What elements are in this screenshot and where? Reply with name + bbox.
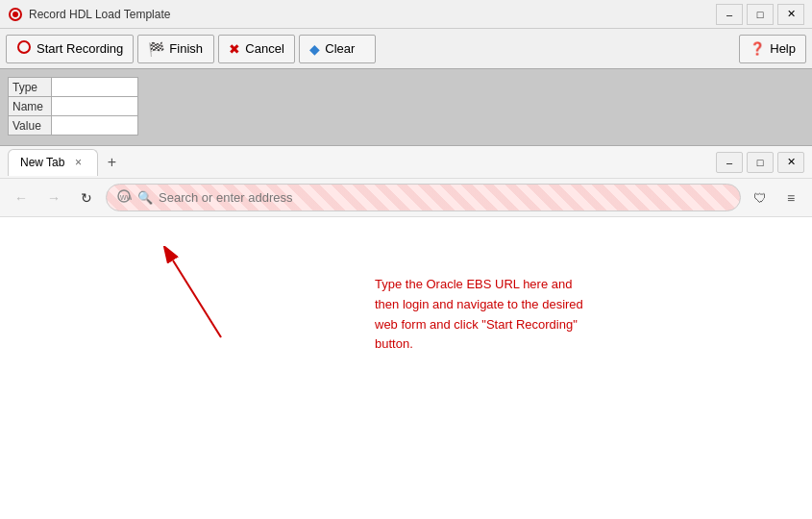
value-label: Value [9,116,52,136]
finish-button[interactable]: 🏁 Finish [137,35,214,63]
close-button[interactable]: ✕ [777,4,804,25]
name-row: Name [9,97,138,116]
clear-icon: ◆ [309,41,320,57]
menu-icon[interactable]: ≡ [777,185,804,211]
start-recording-label: Start Recording [37,41,123,56]
properties-table: Type Name Value [8,77,138,136]
finish-label: Finish [169,41,203,56]
start-recording-button[interactable]: Start Recording [6,35,134,63]
type-value [52,78,138,97]
back-button[interactable]: ← [8,185,35,211]
browser-close-button[interactable]: ✕ [777,152,804,173]
browser-minimize-button[interactable]: – [716,152,743,173]
svg-line-6 [173,260,221,337]
browser-window-controls: – □ ✕ [716,152,804,173]
finish-icon: 🏁 [148,41,164,57]
window-controls: – □ ✕ [716,4,804,25]
record-circle-icon [16,39,32,58]
reload-button[interactable]: ↻ [73,185,100,211]
browser-right-icons: 🛡 ≡ [747,185,804,211]
search-icon: 🔍 [137,190,153,205]
svg-text:www: www [119,192,132,202]
cancel-button[interactable]: ✖ Cancel [218,35,295,63]
title-bar-left: Record HDL Load Template [8,7,170,22]
window-title: Record HDL Load Template [29,8,170,21]
maximize-button[interactable]: □ [747,4,774,25]
name-value [52,97,138,116]
clear-button[interactable]: ◆ Clear [299,35,376,63]
tab-label: New Tab [20,156,64,169]
svg-point-1 [12,12,18,17]
address-input[interactable] [159,190,730,205]
svg-point-2 [18,41,30,53]
browser-window: New Tab × + – □ ✕ ← → ↻ www 🔍 🛡 [0,146,812,519]
clear-label: Clear [325,41,355,56]
cancel-label: Cancel [245,41,283,56]
cancel-icon: ✖ [229,41,240,57]
browser-tabs: New Tab × + [8,149,125,176]
bookmark-icon[interactable]: 🛡 [747,185,774,211]
browser-maximize-button[interactable]: □ [747,152,774,173]
app-icon [8,7,23,22]
name-label: Name [9,97,52,116]
address-lock-icon: www [116,188,132,207]
title-bar: Record HDL Load Template – □ ✕ [0,0,812,29]
type-row: Type [9,78,138,97]
help-icon: ❓ [750,41,765,56]
tab-close-button[interactable]: × [70,155,86,170]
browser-navbar: ← → ↻ www 🔍 🛡 ≡ [0,179,812,217]
type-label: Type [9,78,52,97]
properties-area: Type Name Value [0,69,812,146]
address-bar-wrapper: www 🔍 [106,184,741,211]
help-label: Help [770,41,796,56]
annotation-text: Type the Oracle EBS URL here and then lo… [375,275,596,355]
forward-button[interactable]: → [40,185,67,211]
browser-content: Type the Oracle EBS URL here and then lo… [0,217,812,519]
help-button[interactable]: ❓ Help [739,35,806,63]
minimize-button[interactable]: – [716,4,743,25]
annotation-arrow [163,246,375,352]
value-field[interactable] [52,116,138,136]
new-tab[interactable]: New Tab × [8,149,98,176]
toolbar: Start Recording 🏁 Finish ✖ Cancel ◆ Clea… [0,29,812,69]
add-tab-button[interactable]: + [98,149,125,176]
value-row: Value [9,116,138,136]
browser-titlebar: New Tab × + – □ ✕ [0,146,812,179]
